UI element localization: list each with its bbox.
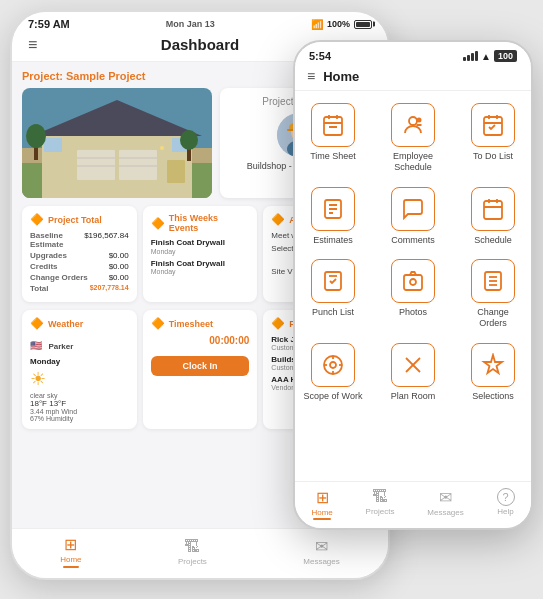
clock-in-button[interactable]: Clock In — [151, 356, 250, 376]
front-nav-underline — [313, 518, 331, 520]
front-nav-help[interactable]: ? Help — [497, 488, 515, 516]
weather-title: Weather — [48, 319, 83, 329]
nav-projects-label: Projects — [178, 557, 207, 566]
weather-day: Monday — [30, 357, 129, 366]
punch-list-label: Punch List — [312, 307, 354, 318]
menu-change-orders[interactable]: Change Orders — [463, 259, 523, 329]
wifi-icon: 📶 — [311, 19, 323, 30]
front-nav-home-label: Home — [311, 508, 332, 517]
front-status-icons: ▲ 100 — [463, 50, 517, 62]
employee-schedule-icon — [391, 103, 435, 147]
main-bottom-nav: ⊞ Home 🏗 Projects ✉ Messages — [12, 528, 388, 578]
weather-location: Parker — [48, 342, 73, 351]
front-status-bar: 5:54 ▲ 100 — [295, 42, 531, 64]
menu-row-2: Estimates Comments — [303, 187, 523, 246]
front-time: 5:54 — [309, 50, 331, 62]
comments-icon — [391, 187, 435, 231]
front-nav-projects[interactable]: 🏗 Projects — [366, 488, 395, 516]
front-menu-icon[interactable]: ≡ — [307, 68, 315, 84]
menu-comments[interactable]: Comments — [383, 187, 443, 246]
front-help-icon: ? — [497, 488, 515, 506]
total-row-credits: Credits $0.00 — [30, 262, 129, 271]
house-image — [22, 88, 212, 198]
total-row-grand: Total $207,778.14 — [30, 284, 129, 293]
svg-rect-27 — [324, 117, 342, 135]
event-item-1: Finish Coat Drywall Monday — [151, 238, 250, 255]
timesheet-menu-label: Time Sheet — [310, 151, 356, 162]
front-phone: 5:54 ▲ 100 ≡ Home — [293, 40, 533, 530]
total-row-upgrades: Upgrades $0.00 — [30, 251, 129, 260]
svg-rect-14 — [44, 138, 62, 152]
svg-rect-13 — [167, 160, 185, 183]
home-icon: ⊞ — [64, 535, 77, 554]
total-row-change-orders: Change Orders $0.00 — [30, 273, 129, 282]
front-nav-messages-label: Messages — [427, 508, 463, 517]
front-wifi-icon: ▲ — [481, 51, 491, 62]
nav-messages[interactable]: ✉ Messages — [303, 537, 339, 566]
weather-temp: 18°F 13°F — [30, 399, 129, 408]
front-title: Home — [323, 69, 359, 84]
schedule-label: Schedule — [474, 235, 512, 246]
messages-icon: ✉ — [315, 537, 328, 556]
battery-label: 100% — [327, 19, 350, 29]
front-nav-projects-label: Projects — [366, 507, 395, 516]
punch-list-icon — [311, 259, 355, 303]
nav-home[interactable]: ⊞ Home — [60, 535, 81, 568]
weather-wind: 3.44 mph Wind — [30, 408, 129, 415]
front-nav-messages[interactable]: ✉ Messages — [427, 488, 463, 517]
nav-projects[interactable]: 🏗 Projects — [178, 538, 207, 566]
menu-estimates[interactable]: Estimates — [303, 187, 363, 246]
main-time: 7:59 AM — [28, 18, 70, 30]
project-total-card: 🔶 Project Total Baseline Estimate $196,5… — [22, 206, 137, 302]
events-icon: 🔶 — [151, 217, 165, 230]
weather-card: 🔶 Weather 🇺🇸 Parker Monday ☀ clear sky 1… — [22, 310, 137, 429]
photos-label: Photos — [399, 307, 427, 318]
plan-room-label: Plan Room — [391, 391, 436, 402]
menu-scope-of-work[interactable]: Scope of Work — [303, 343, 363, 402]
menu-employee-schedule[interactable]: Employee Schedule — [383, 103, 443, 173]
weather-desc: clear sky — [30, 392, 129, 399]
timesheet-menu-icon — [311, 103, 355, 147]
schedule-icon — [471, 187, 515, 231]
nav-home-label: Home — [60, 555, 81, 564]
todo-label: To Do List — [473, 151, 513, 162]
svg-point-20 — [180, 130, 198, 150]
menu-plan-room[interactable]: Plan Room — [383, 343, 443, 402]
svg-rect-8 — [119, 150, 157, 180]
selections-label: Selections — [472, 391, 514, 402]
selections-icon — [471, 343, 515, 387]
svg-rect-44 — [484, 201, 502, 219]
main-status-icons: 📶 100% — [311, 19, 372, 30]
activity-icon: 🔶 — [271, 213, 285, 226]
nav-messages-label: Messages — [303, 557, 339, 566]
photos-icon — [391, 259, 435, 303]
main-header-title: Dashboard — [161, 36, 239, 53]
menu-selections[interactable]: Selections — [463, 343, 523, 402]
front-header: ≡ Home — [295, 64, 531, 91]
event-item-2: Finish Coat Drywall Monday — [151, 259, 250, 276]
menu-timesheet[interactable]: Time Sheet — [303, 103, 363, 173]
front-menu-grid: Time Sheet Employee Schedule — [295, 91, 531, 481]
menu-schedule[interactable]: Schedule — [463, 187, 523, 246]
total-title: Project Total — [48, 215, 102, 225]
scope-of-work-icon — [311, 343, 355, 387]
front-nav-home[interactable]: ⊞ Home — [311, 488, 332, 520]
sun-icon: ☀ — [30, 368, 129, 390]
svg-point-51 — [410, 279, 416, 285]
main-status-bar: 7:59 AM Mon Jan 13 📶 100% — [12, 12, 388, 32]
front-nav-help-label: Help — [497, 507, 513, 516]
projects-icon: 🔶 — [271, 317, 285, 330]
front-messages-icon: ✉ — [439, 488, 452, 507]
menu-row-3: Punch List Photos — [303, 259, 523, 329]
main-menu-icon[interactable]: ≡ — [28, 36, 37, 54]
menu-punch-list[interactable]: Punch List — [303, 259, 363, 329]
svg-rect-50 — [404, 275, 422, 290]
menu-todo[interactable]: To Do List — [463, 103, 523, 173]
main-date: Mon Jan 13 — [166, 19, 215, 29]
plan-room-icon — [391, 343, 435, 387]
menu-photos[interactable]: Photos — [383, 259, 443, 329]
employee-schedule-label: Employee Schedule — [383, 151, 443, 173]
timesheet-time: 00:00:00 — [151, 335, 250, 346]
svg-point-33 — [417, 118, 422, 123]
todo-icon — [471, 103, 515, 147]
